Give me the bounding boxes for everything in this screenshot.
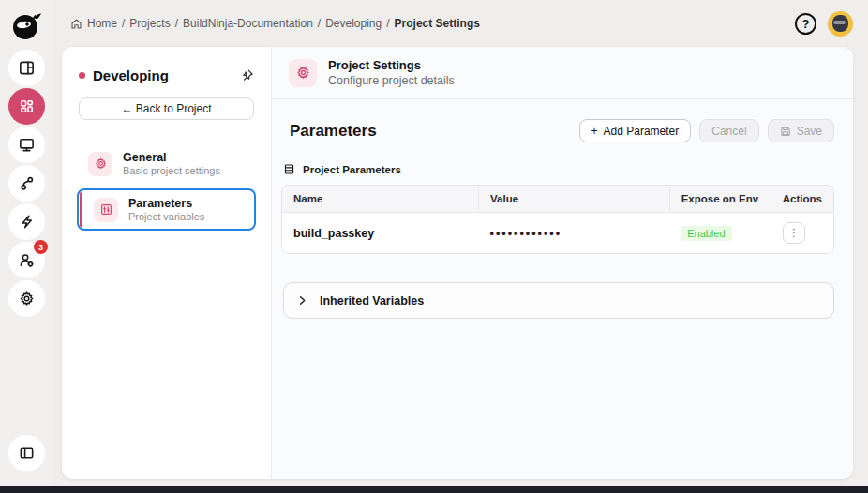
column-value: Value (479, 186, 670, 213)
param-name: build_passkey (282, 213, 479, 254)
main-region: Home / Projects / BuildNinja-Documentati… (53, 0, 868, 486)
environment-status-dot (79, 72, 85, 79)
param-expose-cell: Enabled (669, 213, 771, 254)
dashboard-layout-icon[interactable] (8, 50, 45, 86)
main-content: Project Settings Configure project detai… (272, 47, 853, 479)
breadcrumb-separator: / (122, 17, 125, 30)
environment-title: Developing (93, 67, 169, 83)
column-actions: Actions (771, 186, 833, 213)
apps-grid-icon[interactable] (8, 88, 45, 125)
table-header-row: Name Value Expose on Env Actions (282, 186, 833, 213)
home-icon (70, 18, 82, 30)
breadcrumb-current: Project Settings (395, 17, 480, 30)
breadcrumb-project[interactable]: BuildNinja-Documentation (183, 17, 313, 30)
back-to-project-button[interactable]: ← Back to Project (79, 97, 254, 120)
add-parameter-button[interactable]: + Add Parameter (579, 119, 692, 142)
parameters-table: Name Value Expose on Env Actions build_p… (281, 185, 834, 254)
breadcrumb-separator: / (318, 17, 321, 30)
general-gear-icon (88, 152, 112, 176)
collapse-panel-icon[interactable] (8, 435, 45, 471)
page-header: Project Settings Configure project detai… (272, 47, 853, 99)
sidebar-item-parameters[interactable]: Parameters Project variables (79, 190, 254, 229)
table-icon (283, 163, 295, 175)
page-title: Project Settings (328, 58, 455, 72)
app-card: Developing ← Back to Project (62, 47, 853, 479)
status-badge: Enabled (681, 226, 731, 241)
sidebar-item-general-subtitle: Basic project settings (123, 165, 220, 176)
plus-icon: + (591, 125, 598, 138)
sidebar-item-parameters-label: Parameters (128, 197, 204, 210)
table-label: Project Parameters (283, 163, 834, 175)
window-bottom-edge (0, 486, 868, 493)
project-sidebar: Developing ← Back to Project (62, 47, 272, 479)
buildninja-logo[interactable] (7, 7, 47, 44)
users-icon[interactable]: 3 (8, 242, 45, 278)
user-avatar[interactable] (828, 11, 853, 37)
sidebar-item-general-label: General (123, 151, 220, 164)
help-button[interactable]: ? (795, 13, 816, 35)
breadcrumb-separator: / (175, 17, 178, 30)
toolbar: + Add Parameter Cancel Save (579, 119, 834, 142)
parameters-section: Parameters + Add Parameter Cancel (272, 99, 853, 319)
cancel-button[interactable]: Cancel (699, 119, 758, 142)
breadcrumb-environment[interactable]: Developing (325, 17, 382, 30)
column-name: Name (282, 186, 479, 213)
icon-rail: 3 (0, 0, 53, 486)
avatar-ninja-band (833, 21, 846, 24)
param-actions-cell: ⋮ (771, 213, 833, 254)
sidebar-item-parameters-subtitle: Project variables (128, 211, 204, 222)
settings-gear-icon[interactable] (8, 280, 45, 317)
desktop-icon[interactable] (8, 127, 45, 163)
section-title: Parameters (290, 122, 377, 141)
inherited-variables-label: Inherited Variables (320, 294, 424, 307)
project-settings-gear-icon (289, 59, 317, 87)
breadcrumb-projects[interactable]: Projects (129, 17, 170, 30)
git-branch-icon[interactable] (8, 165, 45, 202)
chevron-right-icon (297, 295, 307, 306)
automations-zap-icon[interactable] (8, 203, 45, 240)
row-actions-kebab-button[interactable]: ⋮ (783, 222, 805, 244)
param-masked-value: •••••••••••• (479, 213, 670, 254)
breadcrumb-separator: / (386, 17, 389, 30)
page-subtitle: Configure project details (328, 74, 455, 87)
sidebar-item-general[interactable]: General Basic project settings (79, 144, 254, 183)
save-button[interactable]: Save (768, 119, 834, 142)
save-icon (780, 126, 791, 137)
inherited-variables-toggle[interactable]: Inherited Variables (283, 282, 834, 319)
pin-icon[interactable] (240, 68, 254, 82)
column-expose: Expose on Env (669, 186, 771, 213)
parameters-sliders-icon (94, 198, 118, 222)
breadcrumb-home[interactable]: Home (87, 17, 117, 30)
notifications-badge: 3 (34, 240, 48, 254)
topbar: Home / Projects / BuildNinja-Documentati… (53, 0, 868, 47)
breadcrumb: Home / Projects / BuildNinja-Documentati… (70, 17, 795, 30)
table-row: build_passkey •••••••••••• Enabled ⋮ (282, 213, 833, 254)
